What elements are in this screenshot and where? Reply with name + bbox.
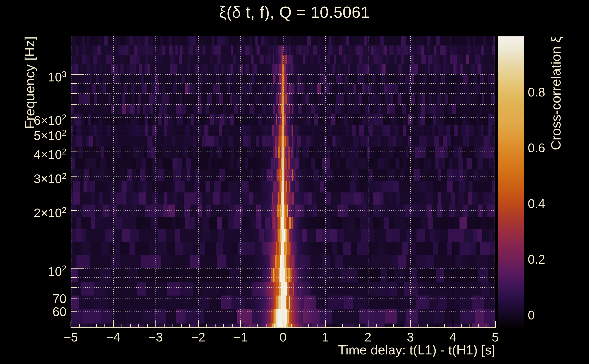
colorbar-tick-label: 0.4 [528,196,573,211]
y-tick-label: 4×102 [12,145,66,162]
y-minor-tick [71,117,77,118]
x-tick-label: −1 [218,330,263,344]
x-minor-tick [181,324,182,328]
y-tick-label: 3×102 [12,169,66,186]
x-minor-tick [138,324,139,328]
x-major-tick [198,321,199,328]
x-major-tick [368,321,368,328]
colorbar-tick-label: 0 [528,308,573,322]
x-minor-tick [308,324,309,328]
y-tick-label: 70 [12,292,66,306]
y-minor-tick [71,93,77,94]
y-major-tick [71,74,84,75]
x-minor-tick [334,324,334,328]
x-minor-tick [470,324,470,328]
y-minor-tick [71,287,77,288]
x-major-tick [495,321,496,328]
x-major-tick [240,321,241,328]
x-minor-tick [487,324,487,328]
x-minor-tick [317,324,317,328]
colorbar-gradient [498,36,524,328]
x-minor-tick [206,324,207,328]
x-minor-tick [427,324,428,328]
figure-root: { "title": "ξ(δ t, f), Q = 10.5061", "co… [0,0,589,364]
y-minor-tick [71,133,77,133]
x-major-tick [283,321,284,328]
x-minor-tick [342,324,343,328]
x-major-tick [156,321,156,328]
x-minor-tick [419,324,419,328]
x-minor-tick [215,324,216,328]
x-major-tick [113,321,114,328]
y-minor-tick [71,104,77,105]
x-tick-label: −5 [48,330,93,344]
x-minor-tick [461,324,462,328]
x-minor-tick [122,324,122,328]
y-minor-tick [71,176,77,176]
x-minor-tick [436,324,436,328]
x-tick-label: 0 [260,330,306,344]
y-minor-tick [71,299,77,299]
x-tick-label: −2 [176,330,221,344]
x-minor-tick [96,324,97,328]
x-minor-tick [274,324,275,328]
x-minor-tick [105,324,105,328]
plot-title: ξ(δ t, f), Q = 10.5061 [0,3,589,21]
x-minor-tick [444,324,445,328]
x-minor-tick [351,324,351,328]
x-major-tick [71,321,71,328]
y-tick-label: 103 [12,67,66,84]
x-minor-tick [359,324,360,328]
x-minor-tick [147,324,148,328]
x-minor-tick [402,324,402,328]
colorbar-tick-label: 0.2 [528,252,573,266]
x-minor-tick [291,324,292,328]
x-minor-tick [478,324,479,328]
colorbar-title: Cross-correlation ξ [548,36,564,150]
x-minor-tick [164,324,164,328]
spectrogram-heatmap [71,36,495,328]
y-minor-tick [71,312,77,312]
x-minor-tick [257,324,258,328]
x-minor-tick [223,324,224,328]
x-minor-tick [376,324,377,328]
y-minor-tick [71,277,77,278]
x-minor-tick [130,324,131,328]
x-tick-label: −4 [91,330,136,344]
x-major-tick [453,321,453,328]
x-minor-tick [266,324,267,328]
x-minor-tick [172,324,173,328]
y-minor-tick [71,83,77,84]
x-minor-tick [79,324,80,328]
x-minor-tick [249,324,249,328]
y-minor-tick [71,151,77,152]
x-minor-tick [232,324,233,328]
x-minor-tick [88,324,88,328]
y-minor-tick [71,210,77,211]
y-tick-label: 2×102 [12,203,66,220]
y-tick-label: 6×102 [12,110,66,127]
x-minor-tick [393,324,394,328]
x-major-tick [325,321,326,328]
x-major-tick [410,321,411,328]
y-tick-label: 5×102 [12,126,66,143]
y-tick-label: 60 [12,305,66,319]
x-axis-title: Time delay: t(L1) - t(H1) [s] [338,342,495,358]
x-minor-tick [300,324,301,328]
y-major-tick [71,268,84,269]
x-tick-label: −3 [133,330,178,344]
y-tick-label: 102 [12,262,66,279]
x-minor-tick [189,324,190,328]
x-minor-tick [385,324,385,328]
y-axis-title: Frequency [Hz] [22,36,38,129]
